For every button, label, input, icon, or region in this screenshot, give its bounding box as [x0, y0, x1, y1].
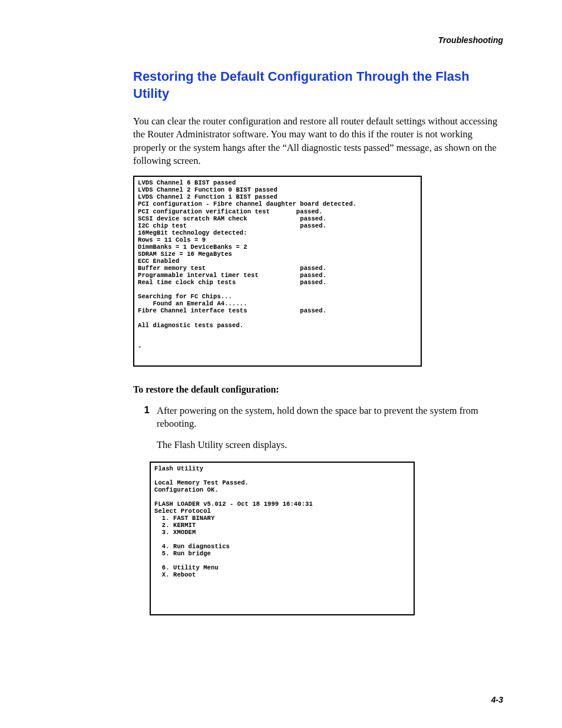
page-title: Restoring the Default Configuration Thro…	[133, 68, 503, 102]
step-followup: The Flash Utility screen displays.	[157, 439, 503, 452]
step-text: After powering on the system, hold down …	[157, 404, 503, 431]
page-number: 4-3	[491, 695, 503, 704]
step-number: 1	[133, 404, 157, 431]
intro-paragraph: You can clear the router configuration a…	[133, 115, 503, 167]
running-head: Troubleshooting	[133, 35, 503, 45]
diagnostic-screenshot: LVDS Channel 6 BIST passed LVDS Channel …	[133, 176, 422, 367]
flash-utility-screenshot: Flash Utility Local Memory Test Passed. …	[150, 462, 415, 615]
step-1: 1 After powering on the system, hold dow…	[133, 404, 503, 431]
procedure-heading: To restore the default configuration:	[133, 384, 503, 395]
